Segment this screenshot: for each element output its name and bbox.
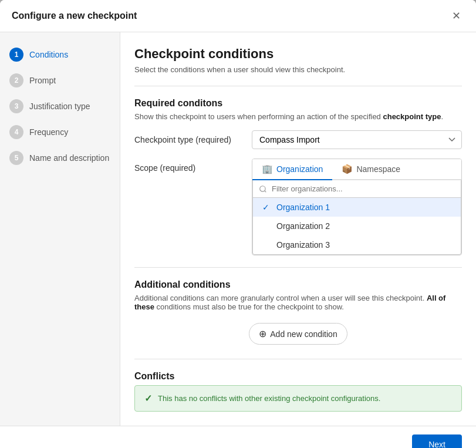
conflict-status-box: ✓ This has no conflicts with other exist… — [134, 385, 462, 412]
additional-conditions-title: Additional conditions — [134, 279, 462, 290]
page-subtitle: Select the conditions when a user should… — [134, 65, 462, 74]
org-item-label: Organization 1 — [276, 203, 330, 212]
divider-1 — [134, 86, 462, 86]
tab-namespace-label: Namespace — [356, 164, 400, 174]
scope-tabs: 🏢 Organization 📦 Namespace — [252, 159, 461, 180]
conflict-message: This has no conflicts with other existin… — [158, 394, 380, 403]
org-item-label: Organization 3 — [276, 240, 330, 250]
sidebar-item-label-frequency: Frequency — [29, 127, 68, 137]
checkpoint-type-row: Checkpoint type (required) Compass Impor… — [134, 130, 462, 149]
sidebar-item-label-conditions: Conditions — [29, 50, 68, 59]
divider-3 — [134, 359, 462, 359]
scope-control: 🏢 Organization 📦 Namespace — [252, 159, 462, 255]
tab-organization-label: Organization — [276, 164, 323, 174]
filter-organizations-input[interactable] — [252, 180, 461, 198]
sidebar-item-prompt[interactable]: 2 Prompt — [0, 68, 120, 93]
list-item[interactable]: ✓ Organization 1 — [253, 198, 461, 217]
plus-circle-icon: ⊕ — [259, 328, 266, 339]
check-icon: ✓ — [262, 203, 272, 212]
add-condition-button[interactable]: ⊕ Add new condition — [249, 323, 347, 345]
step-number-4: 4 — [9, 125, 23, 139]
divider-2 — [134, 267, 462, 268]
additional-conditions-desc: Additional conditions can more granularl… — [134, 294, 462, 311]
checkpoint-type-select[interactable]: Compass Import — [252, 130, 462, 149]
step-number-5: 5 — [9, 151, 23, 165]
scope-label: Scope (required) — [134, 159, 240, 173]
step-number-2: 2 — [9, 73, 23, 87]
sidebar-item-label-name: Name and description — [29, 153, 109, 163]
namespace-icon: 📦 — [342, 164, 353, 174]
sidebar-item-frequency[interactable]: 4 Frequency — [0, 119, 120, 145]
next-button[interactable]: Next — [412, 434, 462, 448]
organization-icon: 🏢 — [262, 164, 273, 174]
scope-container: 🏢 Organization 📦 Namespace — [252, 159, 462, 255]
conflicts-title: Conflicts — [134, 371, 462, 382]
required-conditions-desc: Show this checkpoint to users when perfo… — [134, 112, 462, 121]
sidebar-item-label-prompt: Prompt — [29, 76, 56, 85]
sidebar-item-justification[interactable]: 3 Justification type — [0, 93, 120, 119]
list-item[interactable]: Organization 2 — [253, 217, 461, 235]
modal-title: Configure a new checkpoint — [12, 11, 137, 21]
step-number-1: 1 — [9, 48, 23, 62]
configure-checkpoint-modal: Configure a new checkpoint ✕ 1 Condition… — [0, 0, 476, 448]
modal-footer: Next — [0, 426, 476, 448]
tab-namespace[interactable]: 📦 Namespace — [332, 159, 410, 180]
add-condition-label: Add new condition — [270, 329, 337, 339]
modal-header: Configure a new checkpoint ✕ — [0, 0, 476, 32]
sidebar-item-conditions[interactable]: 1 Conditions — [0, 42, 120, 68]
organization-list: ✓ Organization 1 Organization 2 Organiza… — [252, 198, 461, 255]
tab-organization[interactable]: 🏢 Organization — [252, 159, 332, 180]
step-number-3: 3 — [9, 99, 23, 113]
checkpoint-type-control: Compass Import — [252, 130, 462, 149]
sidebar-item-label-justification: Justification type — [29, 102, 90, 111]
conflict-check-icon: ✓ — [144, 393, 152, 404]
close-button[interactable]: ✕ — [448, 9, 464, 22]
add-condition-wrapper: ⊕ Add new condition — [134, 321, 462, 347]
modal-body: 1 Conditions 2 Prompt 3 Justification ty… — [0, 32, 476, 426]
list-item[interactable]: Organization 3 — [253, 235, 461, 254]
sidebar: 1 Conditions 2 Prompt 3 Justification ty… — [0, 32, 120, 426]
scope-row: Scope (required) 🏢 Organization 📦 Namesp… — [134, 159, 462, 255]
required-conditions-title: Required conditons — [134, 98, 462, 109]
sidebar-item-name-description[interactable]: 5 Name and description — [0, 145, 120, 171]
checkpoint-type-label: Checkpoint type (required) — [134, 130, 240, 144]
org-item-label: Organization 2 — [276, 221, 330, 231]
page-title: Checkpoint conditions — [134, 46, 462, 62]
main-content: Checkpoint conditions Select the conditi… — [120, 32, 476, 426]
